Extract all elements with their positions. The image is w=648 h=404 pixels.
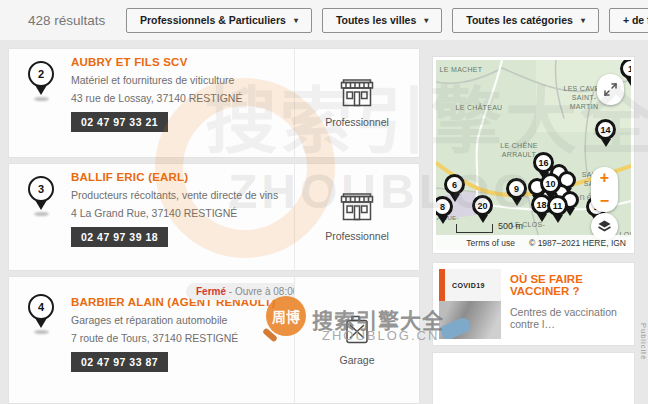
category-label: Professionnel — [325, 230, 389, 242]
result-row: 3 BALLIF ERIC (EARL) Producteurs récolta… — [8, 163, 420, 271]
filter-label: + de filtres — [623, 14, 648, 26]
category-cell: Professionnel — [294, 164, 419, 270]
category-label: Garage — [339, 354, 374, 366]
result-pin-marker: 2 — [28, 61, 54, 101]
map-scale-label: 500 m — [498, 221, 523, 231]
map-pin[interactable]: 11 — [547, 195, 568, 223]
layers-icon — [597, 219, 612, 234]
filter-label: Toutes les catégories — [466, 14, 573, 26]
phone-button[interactable]: 02 47 97 33 21 — [71, 112, 168, 132]
chevron-down-icon: ▾ — [294, 16, 298, 25]
category-label: Professionnel — [325, 116, 389, 128]
zoom-in-button[interactable]: + — [600, 170, 609, 186]
pin-number: 4 — [28, 294, 54, 320]
filter-button-villes[interactable]: Toutes les villes ▾ — [322, 8, 442, 33]
zoom-controls: + − — [591, 167, 618, 212]
vaccination-ad[interactable]: COVID19 OÙ SE FAIRE VACCINER ? Centres d… — [432, 262, 635, 346]
phone-button[interactable]: 02 47 97 39 18 — [71, 227, 168, 247]
ad-image-text: COVID19 — [452, 282, 485, 289]
phone-button[interactable]: 02 47 97 33 87 — [71, 352, 168, 372]
map-canvas[interactable]: LE MACHET LE CHÂTEAU LES CAVES SAINT-MAR… — [436, 60, 631, 250]
filter-button-categories[interactable]: Toutes les catégories ▾ — [452, 8, 599, 33]
map-scale-bar — [456, 224, 493, 233]
chevron-down-icon: ▾ — [581, 16, 585, 25]
ad-image: COVID19 — [439, 269, 501, 339]
map-card: LE MACHET LE CHÂTEAU LES CAVES SAINT-MAR… — [432, 56, 635, 254]
pin-number: 3 — [28, 176, 54, 202]
ad-image-glove — [439, 316, 473, 339]
filter-label: Professionnels & Particuliers — [140, 14, 286, 26]
map-place-label: LE CHÂTEAU — [456, 103, 503, 112]
fullscreen-icon — [604, 83, 617, 96]
ad-image-photo — [439, 301, 501, 339]
filter-button-pro-particuliers[interactable]: Professionnels & Particuliers ▾ — [126, 8, 312, 33]
zoom-out-button[interactable]: − — [600, 193, 609, 209]
chevron-down-icon: ▾ — [424, 16, 428, 25]
map-copyright: © 1987–2021 HERE, IGN — [529, 238, 626, 248]
category-cell: Garage — [294, 277, 419, 403]
map-pin[interactable]: 20 — [472, 195, 493, 223]
category-cell: Professionnel — [294, 49, 419, 157]
map-pin[interactable]: 9 — [506, 178, 527, 206]
pin-shadow — [34, 212, 49, 216]
ad-title[interactable]: OÙ SE FAIRE VACCINER ? — [510, 273, 628, 297]
map-attribution: Terms of use © 1987–2021 HERE, IGN — [436, 235, 631, 250]
pin-tip — [35, 318, 47, 328]
fuel-can-icon — [344, 315, 370, 345]
ad-placeholder-card — [432, 352, 635, 404]
terms-of-use-link[interactable]: Terms of use — [466, 238, 515, 248]
storefront-icon — [339, 79, 375, 107]
filter-label: Toutes les villes — [336, 14, 416, 26]
result-row: 2 AUBRY ET FILS SCV Matériel et fournitu… — [8, 48, 420, 158]
result-row: Fermé - Ouvre à 08:00 mardi 4 BARBIER AL… — [8, 276, 420, 404]
pin-tip — [35, 200, 47, 210]
map-pin[interactable]: 8 — [436, 196, 453, 224]
result-pin-marker: 4 — [28, 294, 54, 334]
filter-button-more-filters[interactable]: + de filtres ▾ — [609, 8, 648, 33]
pin-shadow — [34, 330, 49, 334]
ad-subtitle: Centres de vaccination contre l… — [510, 306, 628, 330]
map-place-label: LE MACHET — [440, 65, 483, 74]
filter-toolbar: 428 résultats Professionnels & Particuli… — [0, 0, 648, 40]
closed-label: Fermé — [196, 286, 226, 297]
publicite-side-label: Publicité — [639, 323, 648, 360]
pin-number: 2 — [28, 61, 54, 87]
map-pin[interactable]: 14 — [595, 119, 616, 147]
storefront-icon — [339, 193, 375, 221]
result-pin-marker: 3 — [28, 176, 54, 216]
pin-shadow — [34, 97, 49, 101]
fullscreen-button[interactable] — [597, 74, 624, 105]
pin-tip — [35, 85, 47, 95]
results-count: 428 résultats — [28, 13, 116, 28]
